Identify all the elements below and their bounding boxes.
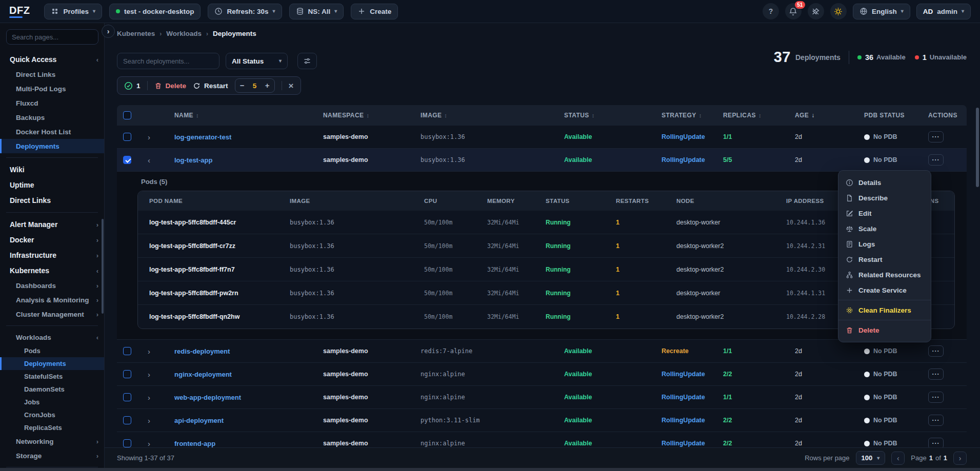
row-actions-button[interactable]: [928, 438, 944, 447]
vertical-scrollbar[interactable]: [976, 108, 979, 187]
user-menu[interactable]: AD admin: [916, 4, 971, 19]
expand-row-chevron[interactable]: [137, 370, 166, 379]
sidebar-item[interactable]: Docker ›: [0, 232, 104, 248]
column-header-age[interactable]: AGE: [783, 112, 852, 119]
menu-item-logs[interactable]: Logs: [838, 236, 931, 252]
sidebar-item[interactable]: StatefulSets: [0, 370, 104, 383]
sidebar-item[interactable]: Quick Access ‹: [0, 52, 104, 67]
deployment-name-link[interactable]: frontend-app: [174, 440, 215, 447]
table-row[interactable]: web-app-deployment samples-demo nginx:al…: [117, 386, 967, 409]
row-checkbox[interactable]: [123, 439, 131, 447]
menu-item-scale[interactable]: Scale: [838, 221, 931, 236]
sidebar-item[interactable]: Jobs: [0, 396, 104, 408]
pod-row[interactable]: log-test-app-5ffc8fbdff-ff7n7 busybox:1.…: [138, 258, 954, 281]
pod-row[interactable]: log-test-app-5ffc8fbdff-pw2rn busybox:1.…: [138, 281, 954, 305]
bulk-restart-button[interactable]: Restart: [193, 82, 228, 90]
collapse-row-chevron[interactable]: [137, 156, 166, 165]
sidebar-item[interactable]: Deployments: [0, 357, 104, 370]
horizontal-scrollbar[interactable]: [0, 468, 980, 471]
sidebar-item[interactable]: Uptime: [0, 177, 104, 193]
scale-decrement-button[interactable]: −: [235, 79, 249, 92]
bulk-delete-button[interactable]: Delete: [154, 82, 187, 90]
menu-item-related-resources[interactable]: Related Resources: [838, 267, 931, 282]
row-checkbox[interactable]: [123, 370, 131, 378]
deployment-name-link[interactable]: nginx-deployment: [174, 371, 232, 378]
sidebar-item[interactable]: Direct Links: [0, 67, 104, 81]
row-actions-button[interactable]: [928, 368, 944, 380]
table-row[interactable]: frontend-app samples-demo nginx:alpine A…: [117, 432, 967, 447]
sidebar-item[interactable]: ReplicaSets: [0, 421, 104, 434]
rows-per-page-select[interactable]: 100: [856, 451, 886, 465]
column-header-image[interactable]: IMAGE: [413, 112, 557, 119]
deployment-name-link[interactable]: api-deployment: [174, 417, 224, 424]
column-header-namespace[interactable]: NAMESPACE: [316, 112, 413, 119]
sidebar-item[interactable]: Backups: [0, 110, 104, 125]
clear-selection-button[interactable]: ×: [289, 81, 294, 90]
row-actions-button[interactable]: [928, 345, 944, 357]
sidebar-item[interactable]: Infrastructure ›: [0, 248, 104, 263]
scale-increment-button[interactable]: +: [261, 79, 274, 92]
sidebar-item[interactable]: Workloads ‹: [0, 330, 104, 344]
row-checkbox[interactable]: [123, 347, 131, 355]
sidebar-item[interactable]: Dashboards ›: [0, 278, 104, 293]
menu-item-clean-finalizers[interactable]: Clean Finalizers: [838, 302, 931, 318]
notifications-button[interactable]: 51: [785, 3, 802, 19]
sidebar-item[interactable]: Storage ›: [0, 448, 104, 463]
row-checkbox-checked[interactable]: [123, 156, 131, 164]
menu-item-create-service[interactable]: Create Service: [838, 282, 931, 298]
expand-row-chevron[interactable]: [137, 393, 166, 402]
expand-row-chevron[interactable]: [137, 416, 166, 425]
namespace-dropdown[interactable]: NS: All: [289, 4, 344, 19]
pod-row[interactable]: log-test-app-5ffc8fbdff-cr7zz busybox:1.…: [138, 234, 954, 258]
sidebar-item[interactable]: Wiki: [0, 162, 104, 177]
deployment-name-link[interactable]: web-app-deployment: [174, 394, 241, 401]
deployment-name-link[interactable]: log-test-app: [174, 156, 212, 164]
breadcrumb-link[interactable]: Kubernetes: [117, 30, 155, 37]
sidebar-item[interactable]: Alert Manager ›: [0, 217, 104, 232]
table-row[interactable]: log-generator-test samples-demo busybox:…: [117, 126, 967, 149]
pod-row[interactable]: log-test-app-5ffc8fbdff-qn2hw busybox:1.…: [138, 305, 954, 329]
sidebar-item[interactable]: [0, 323, 104, 328]
row-actions-button[interactable]: [928, 131, 944, 142]
row-actions-button[interactable]: [928, 392, 944, 403]
sidebar-collapse-toggle[interactable]: [102, 25, 115, 38]
deployment-name-link[interactable]: log-generator-test: [174, 133, 231, 141]
sidebar-item[interactable]: DaemonSets: [0, 383, 104, 396]
sidebar-item[interactable]: Direct Links: [0, 193, 104, 208]
column-header-replicas[interactable]: REPLICAS: [716, 112, 783, 119]
expand-row-chevron[interactable]: [137, 347, 166, 356]
expand-row-chevron[interactable]: [137, 133, 166, 141]
menu-item-restart[interactable]: Restart: [838, 252, 931, 267]
menu-item-details[interactable]: Details: [838, 175, 931, 190]
row-checkbox[interactable]: [123, 133, 131, 141]
app-logo[interactable]: DFZ: [9, 5, 30, 18]
sidebar-item[interactable]: Analysis & Monitoring ›: [0, 293, 104, 307]
expand-row-chevron[interactable]: [137, 439, 166, 448]
column-header-name[interactable]: NAME: [166, 112, 316, 119]
sidebar-item[interactable]: Networking ›: [0, 434, 104, 448]
row-actions-button[interactable]: [928, 415, 944, 426]
column-header-status[interactable]: STATUS: [557, 112, 654, 119]
theme-toggle-button[interactable]: [830, 3, 847, 19]
sidebar-item[interactable]: Fluxcd: [0, 96, 104, 110]
cluster-selector[interactable]: test - docker-desktop: [109, 4, 201, 19]
pod-row[interactable]: log-test-app-5ffc8fbdff-445cr busybox:1.…: [138, 211, 954, 234]
row-checkbox[interactable]: [123, 393, 131, 401]
column-header-strategy[interactable]: STRATEGY: [654, 112, 716, 119]
sidebar-scrollbar[interactable]: [102, 219, 104, 314]
pin-toggle-button[interactable]: [808, 3, 824, 19]
table-row[interactable]: api-deployment samples-demo python:3.11-…: [117, 409, 967, 432]
menu-item-describe[interactable]: Describe: [838, 190, 931, 206]
table-row[interactable]: redis-deployment samples-demo redis:7-al…: [117, 340, 967, 363]
row-actions-button[interactable]: [928, 154, 944, 166]
breadcrumb-link[interactable]: Workloads: [166, 30, 202, 37]
language-dropdown[interactable]: English: [853, 4, 910, 19]
previous-page-button[interactable]: ‹: [891, 452, 905, 465]
menu-item-edit[interactable]: Edit: [838, 206, 931, 221]
table-row[interactable]: nginx-deployment samples-demo nginx:alpi…: [117, 363, 967, 386]
profiles-dropdown[interactable]: Profiles: [44, 4, 102, 19]
sidebar-item[interactable]: Docker Host List: [0, 125, 104, 139]
sidebar-search-input[interactable]: [6, 29, 98, 45]
search-deployments-input[interactable]: [117, 53, 219, 69]
sidebar-item[interactable]: [0, 210, 104, 215]
